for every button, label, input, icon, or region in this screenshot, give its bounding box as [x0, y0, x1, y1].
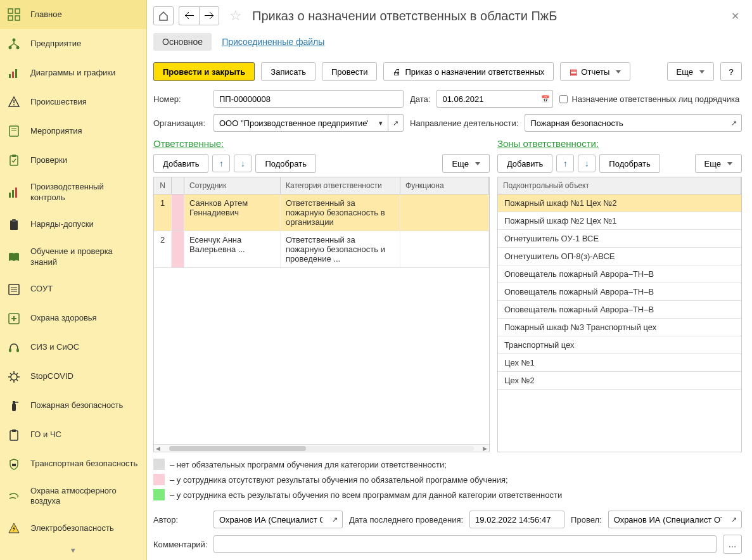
number-label: Номер: [153, 94, 207, 104]
post-close-button[interactable]: Провести и закрыть [153, 62, 255, 81]
tab-main[interactable]: Основное [153, 33, 212, 51]
print-button[interactable]: 🖨Приказ о назначении ответственных [383, 62, 554, 81]
comment-input[interactable] [213, 535, 717, 553]
toolbar: Провести и закрыть Записать Провести 🖨Пр… [153, 62, 742, 81]
responsible-table: N Сотрудник Категория ответственности Фу… [153, 177, 490, 452]
sidebar-collapse[interactable]: ▾ [0, 543, 146, 557]
date-input[interactable] [437, 90, 538, 108]
list-item[interactable]: Пожарный шкаф №3 Транспортный цех [498, 319, 741, 336]
open-icon[interactable]: ↗ [388, 114, 404, 132]
open-icon[interactable]: ↗ [727, 114, 742, 132]
svg-rect-9 [15, 69, 17, 78]
back-button[interactable]: 🡠 [179, 6, 199, 25]
sidebar-item-label: СОУТ [30, 284, 53, 295]
add-responsible-button[interactable]: Добавить [153, 154, 208, 173]
col-employee[interactable]: Сотрудник [184, 177, 281, 194]
posted-input[interactable] [608, 511, 727, 528]
sidebar-item-label: Диаграммы и графики [30, 68, 115, 79]
pick-responsible-button[interactable]: Подобрать [255, 154, 315, 173]
help-button[interactable]: ? [720, 62, 742, 81]
cell-function [400, 194, 489, 231]
list-item[interactable]: Оповещатель пожарный Аврора–ТН–В [498, 301, 741, 319]
col-object[interactable]: Подконтрольный объект [498, 177, 741, 194]
calendar-icon[interactable]: 📅 [538, 90, 553, 108]
sidebar-item-incidents[interactable]: Происшествия [0, 87, 146, 117]
sidebar-item-go[interactable]: ГО и ЧС [0, 421, 146, 450]
list-item[interactable]: Пожарный шкаф №2 Цех №1 [498, 212, 741, 230]
list-item[interactable]: Огнетушитель ОП-8(з)-АВСЕ [498, 248, 741, 265]
more-button[interactable]: Еще [667, 62, 714, 81]
comment-expand-button[interactable]: … [723, 535, 742, 554]
sidebar-item-prod-control[interactable]: Производственный контроль [0, 175, 146, 210]
sidebar-item-fire[interactable]: Пожарная безопасность [0, 391, 146, 421]
home-button[interactable] [153, 6, 174, 25]
sidebar-item-checks[interactable]: Проверки [0, 146, 146, 175]
zone-move-up-button[interactable]: ↑ [556, 155, 574, 172]
author-input[interactable] [213, 511, 328, 528]
legend-pink-icon [153, 474, 165, 485]
sidebar-item-enterprise[interactable]: Предприятие [0, 29, 146, 58]
sidebar-item-training[interactable]: Обучение и проверка знаний [0, 239, 146, 275]
open-icon[interactable]: ↗ [328, 511, 343, 528]
page-title: Приказ о назначении ответственных в обла… [252, 9, 723, 23]
fire-extinguisher-icon [6, 398, 22, 414]
org-input[interactable] [213, 114, 373, 132]
post-button[interactable]: Провести [322, 62, 378, 81]
grid-icon [6, 7, 22, 22]
sidebar-item-main[interactable]: Главное [0, 0, 146, 29]
sidebar-item-events[interactable]: Мероприятия [0, 117, 146, 146]
sidebar-item-covid[interactable]: StopCOVID [0, 362, 146, 391]
legend-pink-text: – у сотрудника отсутствуют результаты об… [170, 475, 508, 485]
svg-line-37 [16, 373, 18, 375]
forward-button[interactable]: 🡢 [199, 6, 219, 25]
lastpost-label: Дата последнего проведения: [349, 515, 463, 525]
virus-icon [6, 369, 22, 385]
sidebar-item-permits[interactable]: Наряды-допуски [0, 210, 146, 239]
more-responsible-button[interactable]: Еще [442, 154, 489, 173]
col-category[interactable]: Категория ответственности [281, 177, 400, 194]
move-up-button[interactable]: ↑ [212, 155, 230, 172]
contractor-checkbox[interactable]: Назначение ответственных лиц подрядчика [559, 94, 739, 104]
lastpost-input[interactable] [469, 511, 564, 528]
horizontal-scrollbar[interactable]: ◀ ▶ [154, 444, 489, 452]
tab-files[interactable]: Присоединенные файлы [222, 33, 333, 51]
table-row[interactable]: 1Саянков Артем ГеннадиевичОтветственный … [154, 194, 489, 231]
pick-zone-button[interactable]: Подобрать [599, 154, 660, 173]
col-function[interactable]: Функциона [400, 177, 489, 194]
sidebar-item-sout[interactable]: СОУТ [0, 275, 146, 304]
save-button[interactable]: Записать [261, 62, 315, 81]
sidebar-item-ppe[interactable]: СИЗ и СиОС [0, 333, 146, 362]
clipboard-alert-icon [6, 428, 22, 443]
col-n[interactable]: N [154, 177, 172, 194]
list-item[interactable]: Оповещатель пожарный Аврора–ТН–В [498, 265, 741, 283]
report-icon: ▤ [570, 67, 577, 77]
table-row[interactable]: 2Есенчук Анна Валерьевна ...Ответственны… [154, 231, 489, 268]
list-item[interactable]: Цех №1 [498, 354, 741, 372]
sidebar-item-label: Предприятие [30, 39, 81, 49]
list-item[interactable]: Пожарный шкаф №1 Цех №2 [498, 194, 741, 212]
list-item[interactable]: Оповещатель пожарный Аврора–ТН–В [498, 283, 741, 301]
zone-move-down-button[interactable]: ↓ [578, 155, 596, 172]
reports-button[interactable]: ▤Отчеты [560, 62, 630, 81]
favorite-icon[interactable]: ☆ [229, 8, 242, 24]
more-zones-button[interactable]: Еще [695, 154, 742, 173]
move-down-button[interactable]: ↓ [234, 155, 252, 172]
list-item[interactable]: Транспортный цех [498, 336, 741, 354]
comment-label: Комментарий: [153, 540, 207, 549]
clipboard-icon [6, 217, 22, 232]
sidebar-item-electro[interactable]: Электробезопасность [0, 514, 146, 543]
sidebar-item-air[interactable]: Охрана атмосферного воздуха [0, 479, 146, 514]
sidebar-item-health[interactable]: Охрана здоровья [0, 304, 146, 333]
list-item[interactable]: Огнетушитель ОУ-1 ВСЕ [498, 230, 741, 248]
sidebar-item-charts[interactable]: Диаграммы и графики [0, 58, 146, 87]
open-icon[interactable]: ↗ [727, 511, 742, 528]
sidebar-item-transport[interactable]: Транспортная безопасность [0, 450, 146, 479]
number-input[interactable] [213, 90, 404, 108]
close-button[interactable]: ✕ [729, 10, 742, 22]
zones-table: Подконтрольный объект Пожарный шкаф №1 Ц… [497, 177, 742, 452]
list-item[interactable]: Цех №2 [498, 372, 741, 390]
add-zone-button[interactable]: Добавить [497, 154, 552, 173]
dropdown-icon[interactable]: ▾ [373, 114, 388, 132]
direction-input[interactable] [525, 114, 727, 132]
list-icon [6, 282, 22, 297]
